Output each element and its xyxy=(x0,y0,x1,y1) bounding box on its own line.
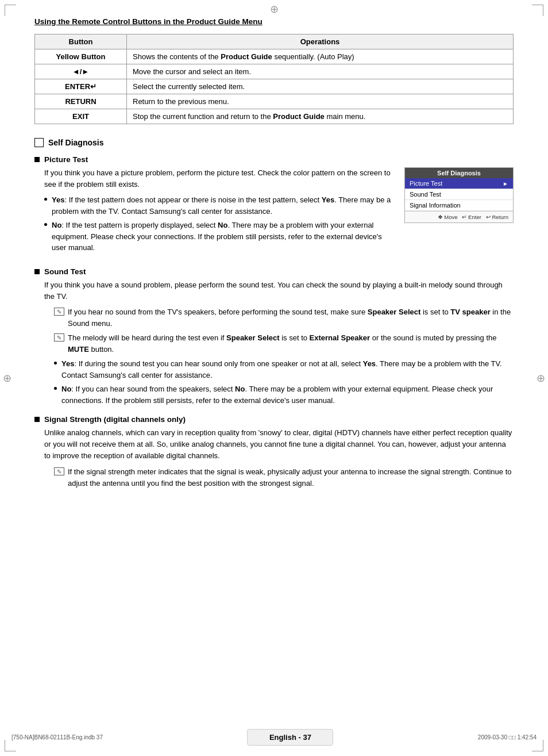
page-footer: [750-NA]BN68-02111B-Eng.indb 37 English … xyxy=(0,729,548,746)
bullet-dot-icon xyxy=(44,223,47,226)
table-cell-button: ◄/► xyxy=(35,64,127,79)
picture-test-text: If you think you have a picture problem,… xyxy=(34,167,395,258)
checkbox-icon xyxy=(34,138,44,147)
footer-move: ❖ Move xyxy=(438,214,458,220)
note-item: If the signal strength meter indicates t… xyxy=(44,466,514,489)
signal-strength-intro: Unlike analog channels, which can vary i… xyxy=(44,427,514,462)
table-cell-op: Stop the current function and return to … xyxy=(127,109,514,124)
bullet-dot-icon xyxy=(44,198,47,201)
table-cell-button: EXIT xyxy=(35,109,127,124)
note-icon xyxy=(54,308,64,316)
page-container: ⊕ ⊕ ⊕ Using the Remote Control Buttons i… xyxy=(0,0,548,756)
note-icon xyxy=(54,467,64,475)
self-diagnosis-title: Self Diagnosis xyxy=(48,138,103,147)
note-item: If you hear no sound from the TV's speak… xyxy=(44,306,514,329)
table-cell-op: Select the currently selected item. xyxy=(127,79,514,94)
bullet-item: Yes: If during the sound test you can he… xyxy=(54,358,514,381)
footer-return: ↩ Return xyxy=(486,214,508,220)
bullet-dot-icon xyxy=(54,387,57,390)
square-bullet-icon xyxy=(34,269,40,274)
picture-test-intro: If you think you have a picture problem,… xyxy=(34,167,395,190)
table-cell-op: Return to the previous menu. xyxy=(127,94,514,109)
square-bullet-icon xyxy=(34,417,40,422)
signal-strength-header: Signal Strength (digital channels only) xyxy=(34,415,514,424)
sound-test-body: If you think you have a sound problem, p… xyxy=(34,279,514,406)
sound-test-title: Sound Test xyxy=(44,267,86,276)
bullet-item: No: If you can hear sound from the speak… xyxy=(54,383,514,406)
signal-strength-title: Signal Strength (digital channels only) xyxy=(44,415,186,424)
tv-item-label: Signal Information xyxy=(410,202,461,209)
table-row: RETURN Return to the previous menu. xyxy=(35,94,514,109)
tv-item-label: Picture Test xyxy=(410,180,442,187)
tv-screenshot-item-signal: Signal Information xyxy=(405,200,513,211)
table-cell-op: Shows the contents of the Product Guide … xyxy=(127,49,514,64)
signal-strength-section: Signal Strength (digital channels only) … xyxy=(34,415,514,489)
footer-enter: ↵ Enter xyxy=(462,214,481,220)
corner-mark-tl xyxy=(5,5,16,16)
tv-screenshot-title: Self Diagnosis xyxy=(405,168,513,178)
square-bullet-icon xyxy=(34,157,40,162)
bullet-dot-icon xyxy=(54,362,57,364)
bullet-text: No: If you can hear sound from the speak… xyxy=(61,383,514,406)
tv-screenshot-item-picture: Picture Test ► xyxy=(405,178,513,189)
sound-test-intro: If you think you have a sound problem, p… xyxy=(44,279,514,302)
note-icon xyxy=(54,333,64,341)
self-diagnosis-header: Self Diagnosis xyxy=(34,138,514,147)
note-text: If you hear no sound from the TV's speak… xyxy=(68,306,514,329)
footer-center-text: English - 37 xyxy=(247,729,333,746)
table-cell-op: Move the cursor and select an item. xyxy=(127,64,514,79)
table-header-operations: Operations xyxy=(127,34,514,49)
note-text: If the signal strength meter indicates t… xyxy=(68,466,514,489)
signal-strength-body: Unlike analog channels, which can vary i… xyxy=(34,427,514,489)
bullet-text: No: If the test pattern is properly disp… xyxy=(52,220,395,254)
table-cell-button: RETURN xyxy=(35,94,127,109)
button-table: Button Operations Yellow Button Shows th… xyxy=(34,34,514,124)
picture-test-title: Picture Test xyxy=(44,155,88,164)
tv-item-label: Sound Test xyxy=(410,191,441,198)
table-row: EXIT Stop the current function and retur… xyxy=(35,109,514,124)
sound-test-bullets: Yes: If during the sound test you can he… xyxy=(44,358,514,406)
bullet-text: Yes: If the test pattern does not appear… xyxy=(52,194,395,217)
sound-test-section: Sound Test If you think you have a sound… xyxy=(34,267,514,406)
sound-test-header: Sound Test xyxy=(34,267,514,276)
left-crosshair-icon: ⊕ xyxy=(3,372,11,385)
table-cell-button: ENTER↵ xyxy=(35,79,127,94)
table-row: ◄/► Move the cursor and select an item. xyxy=(35,64,514,79)
bullet-item: No: If the test pattern is properly disp… xyxy=(44,220,395,254)
tv-screenshot-footer: ❖ Move ↵ Enter ↩ Return xyxy=(405,211,513,222)
section-title: Using the Remote Control Buttons in the … xyxy=(34,17,514,26)
picture-test-header: Picture Test xyxy=(34,155,514,164)
note-text: The melody will be heard during the test… xyxy=(68,332,514,355)
footer-right-text: 2009-03-30 □□ 1:42:54 xyxy=(478,734,537,740)
picture-test-bullets: Yes: If the test pattern does not appear… xyxy=(34,194,395,254)
note-item: The melody will be heard during the test… xyxy=(44,332,514,355)
table-row: Yellow Button Shows the contents of the … xyxy=(35,49,514,64)
picture-test-intro-text: If you think you have a picture problem,… xyxy=(44,167,395,190)
table-header-button: Button xyxy=(35,34,127,49)
footer-left-text: [750-NA]BN68-02111B-Eng.indb 37 xyxy=(11,734,103,740)
table-cell-button: Yellow Button xyxy=(35,49,127,64)
bullet-text: Yes: If during the sound test you can he… xyxy=(61,358,514,381)
corner-mark-tr xyxy=(532,5,543,16)
tv-screenshot: Self Diagnosis Picture Test ► Sound Test… xyxy=(404,167,514,223)
table-row: ENTER↵ Select the currently selected ite… xyxy=(35,79,514,94)
picture-test-section: Picture Test If you think you have a pic… xyxy=(34,155,514,258)
top-crosshair-icon: ⊕ xyxy=(270,3,279,16)
bullet-item: Yes: If the test pattern does not appear… xyxy=(44,194,395,217)
right-crosshair-icon: ⊕ xyxy=(537,372,545,385)
tv-item-arrow: ► xyxy=(503,181,508,187)
tv-screenshot-item-sound: Sound Test xyxy=(405,189,513,200)
picture-test-layout: If you think you have a picture problem,… xyxy=(34,167,514,258)
